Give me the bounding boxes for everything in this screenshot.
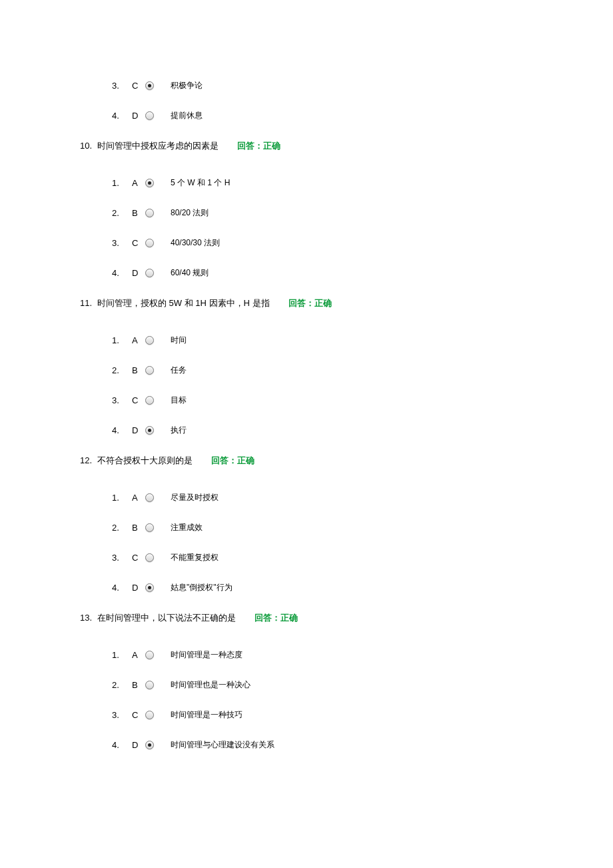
option-letter: B bbox=[132, 680, 145, 690]
option-letter: D bbox=[132, 425, 145, 435]
feedback-label: 回答：正确 bbox=[211, 455, 255, 467]
radio-wrap bbox=[145, 523, 165, 532]
radio-unselected-icon[interactable] bbox=[145, 711, 154, 719]
question-number: 10. bbox=[80, 141, 97, 151]
radio-unselected-icon[interactable] bbox=[145, 269, 154, 277]
options-block: 1. A 尽量及时授权 2. B 注重成效 3. C 不能重复授权 4. D 姑… bbox=[80, 492, 546, 593]
option-letter: B bbox=[132, 208, 145, 218]
option-text: 60/40 规则 bbox=[171, 267, 209, 279]
radio-unselected-icon[interactable] bbox=[145, 111, 154, 120]
question-text: 不符合授权十大原则的是 bbox=[97, 455, 193, 467]
radio-wrap bbox=[145, 179, 165, 187]
option-text: 80/20 法则 bbox=[171, 207, 209, 219]
option-row: 3. C 时间管理是一种技巧 bbox=[80, 709, 546, 721]
option-number: 2. bbox=[112, 523, 132, 533]
option-text: 40/30/30 法则 bbox=[171, 237, 220, 249]
radio-wrap bbox=[145, 583, 165, 592]
radio-wrap bbox=[145, 366, 165, 375]
question-row: 12. 不符合授权十大原则的是 回答：正确 bbox=[80, 455, 546, 467]
option-text: 不能重复授权 bbox=[171, 552, 219, 563]
option-text: 任务 bbox=[171, 365, 187, 376]
options-block: 1. A 时间管理是一种态度 2. B 时间管理也是一种决心 3. C 时间管理… bbox=[80, 649, 546, 751]
option-row: 3. C 目标 bbox=[80, 395, 546, 406]
options-block: 1. A 时间 2. B 任务 3. C 目标 4. D 执行 bbox=[80, 335, 546, 436]
radio-unselected-icon[interactable] bbox=[145, 336, 154, 345]
option-row: 3. C 40/30/30 法则 bbox=[80, 237, 546, 249]
radio-wrap bbox=[145, 426, 165, 435]
option-row: 4. D 60/40 规则 bbox=[80, 267, 546, 279]
option-number: 4. bbox=[112, 740, 132, 750]
option-number: 2. bbox=[112, 208, 132, 218]
option-row: 2. B 任务 bbox=[80, 365, 546, 376]
option-number: 4. bbox=[112, 268, 132, 278]
option-row: 2. B 时间管理也是一种决心 bbox=[80, 679, 546, 691]
radio-selected-icon[interactable] bbox=[145, 179, 154, 187]
radio-wrap bbox=[145, 111, 165, 120]
question-text: 在时间管理中，以下说法不正确的是 bbox=[97, 612, 236, 624]
radio-unselected-icon[interactable] bbox=[145, 396, 154, 405]
option-text: 姑息"倒授权"行为 bbox=[171, 582, 233, 593]
option-row: 1. A 5 个 W 和 1 个 H bbox=[80, 177, 546, 189]
option-text: 尽量及时授权 bbox=[171, 492, 219, 503]
radio-wrap bbox=[145, 651, 165, 659]
radio-unselected-icon[interactable] bbox=[145, 209, 154, 217]
question-text: 时间管理，授权的 5W 和 1H 因素中，H 是指 bbox=[97, 297, 270, 309]
radio-unselected-icon[interactable] bbox=[145, 681, 154, 689]
radio-unselected-icon[interactable] bbox=[145, 553, 154, 562]
option-number: 3. bbox=[112, 81, 132, 91]
option-number: 1. bbox=[112, 335, 132, 345]
option-row: 1. A 时间 bbox=[80, 335, 546, 346]
option-number: 3. bbox=[112, 710, 132, 720]
option-text: 积极争论 bbox=[171, 80, 203, 91]
radio-selected-icon[interactable] bbox=[145, 583, 154, 592]
feedback-label: 回答：正确 bbox=[237, 141, 281, 152]
option-row: 4. D 时间管理与心理建设没有关系 bbox=[80, 739, 546, 751]
option-row: 1. A 尽量及时授权 bbox=[80, 492, 546, 503]
radio-wrap bbox=[145, 396, 165, 405]
question-row: 10. 时间管理中授权应考虑的因素是 回答：正确 bbox=[80, 140, 546, 152]
option-text: 时间管理是一种技巧 bbox=[171, 709, 243, 721]
radio-wrap bbox=[145, 711, 165, 719]
option-letter: A bbox=[132, 178, 145, 188]
radio-selected-icon[interactable] bbox=[145, 81, 154, 90]
option-row: 2. B 注重成效 bbox=[80, 522, 546, 533]
option-text: 5 个 W 和 1 个 H bbox=[171, 177, 230, 189]
option-number: 2. bbox=[112, 680, 132, 690]
option-text: 时间管理也是一种决心 bbox=[171, 679, 251, 691]
option-number: 3. bbox=[112, 238, 132, 248]
option-text: 提前休息 bbox=[171, 110, 203, 121]
radio-selected-icon[interactable] bbox=[145, 741, 154, 749]
option-letter: C bbox=[132, 395, 145, 405]
radio-wrap bbox=[145, 681, 165, 689]
option-row: 4. D 执行 bbox=[80, 425, 546, 436]
radio-wrap bbox=[145, 81, 165, 90]
option-letter: C bbox=[132, 553, 145, 563]
option-text: 时间管理是一种态度 bbox=[171, 649, 243, 661]
radio-unselected-icon[interactable] bbox=[145, 651, 154, 659]
radio-unselected-icon[interactable] bbox=[145, 366, 154, 375]
option-row: 3. C 积极争论 bbox=[80, 80, 546, 91]
option-row: 4. D 姑息"倒授权"行为 bbox=[80, 582, 546, 593]
option-text: 注重成效 bbox=[171, 522, 203, 533]
feedback-label: 回答：正确 bbox=[255, 613, 298, 624]
question-number: 13. bbox=[80, 613, 97, 623]
option-number: 3. bbox=[112, 553, 132, 563]
option-number: 4. bbox=[112, 583, 132, 593]
radio-unselected-icon[interactable] bbox=[145, 523, 154, 532]
radio-wrap bbox=[145, 209, 165, 217]
option-number: 3. bbox=[112, 395, 132, 405]
radio-unselected-icon[interactable] bbox=[145, 493, 154, 502]
option-number: 1. bbox=[112, 650, 132, 660]
option-letter: C bbox=[132, 238, 145, 248]
option-row: 1. A 时间管理是一种态度 bbox=[80, 649, 546, 661]
radio-selected-icon[interactable] bbox=[145, 426, 154, 435]
option-letter: D bbox=[132, 583, 145, 593]
feedback-label: 回答：正确 bbox=[289, 298, 332, 309]
question-row: 13. 在时间管理中，以下说法不正确的是 回答：正确 bbox=[80, 612, 546, 624]
option-letter: D bbox=[132, 268, 145, 278]
option-number: 1. bbox=[112, 493, 132, 503]
option-text: 时间管理与心理建设没有关系 bbox=[171, 739, 275, 751]
option-row: 4. D 提前休息 bbox=[80, 110, 546, 121]
option-text: 执行 bbox=[171, 425, 187, 436]
radio-unselected-icon[interactable] bbox=[145, 239, 154, 247]
